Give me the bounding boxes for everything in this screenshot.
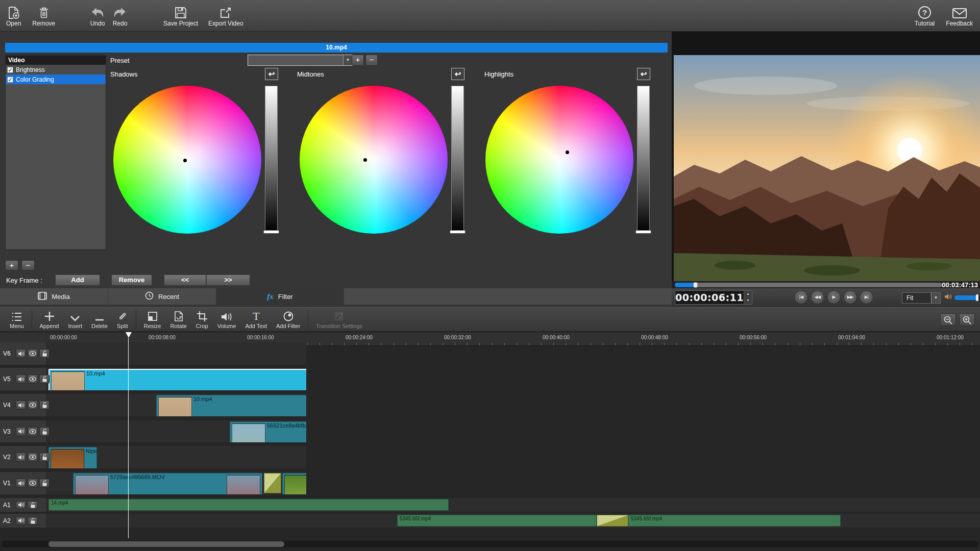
timeline-add-filter-button[interactable]: Add Filter <box>272 310 305 329</box>
track-lock-button[interactable] <box>28 517 38 525</box>
rewind-button[interactable]: ◀◀ <box>811 290 824 304</box>
spinner-down-icon[interactable]: ▼ <box>744 297 752 304</box>
keyframe-prev-button[interactable]: << <box>164 274 206 286</box>
track-hide-button[interactable] <box>28 374 38 384</box>
zoom-in-button[interactable] <box>959 313 975 326</box>
video-clip[interactable]: 56521ce8a4bfb.wmv <box>230 421 306 442</box>
tab-media[interactable]: Media <box>0 288 108 305</box>
tab-filter[interactable]: fx Filter <box>216 288 344 305</box>
keyframe-remove-button[interactable]: Remove <box>111 274 152 286</box>
remove-button[interactable]: Remove <box>32 3 55 27</box>
play-button[interactable]: ▶ <box>827 290 841 304</box>
timecode-spinner[interactable]: ▲ ▼ <box>744 291 752 304</box>
undo-button[interactable]: Undo <box>90 3 105 27</box>
track-mute-button[interactable] <box>16 374 26 384</box>
zoom-fit-select[interactable]: Fit ▼ <box>902 292 941 304</box>
timecode-value[interactable]: 00:00:06:11 <box>675 291 744 304</box>
timeline-split-button[interactable]: Split <box>112 310 133 329</box>
timeline-append-button[interactable]: Append <box>35 310 64 329</box>
timeline-resize-button[interactable]: Resize <box>139 310 166 329</box>
track-mute-button[interactable] <box>16 517 26 525</box>
track-lock-button[interactable] <box>39 427 50 436</box>
tab-recent[interactable]: Recent <box>108 288 216 305</box>
video-clip[interactable]: Nipic_ <box>48 447 97 468</box>
skip-to-start-button[interactable]: |◀ <box>794 290 808 304</box>
add-filter-to-clip-button[interactable]: + <box>5 260 18 270</box>
track-lock-button[interactable] <box>39 374 50 384</box>
track-mute-button[interactable] <box>16 427 26 436</box>
filter-item-brightness[interactable]: ✓ Brightness <box>6 65 106 74</box>
preset-select[interactable]: ▼ <box>248 55 353 66</box>
shadows-luminance-slider[interactable] <box>265 86 278 233</box>
playhead[interactable] <box>128 338 129 538</box>
seek-handle[interactable] <box>693 282 698 288</box>
highlights-reset-button[interactable]: ↩ <box>637 68 650 80</box>
shadows-reset-button[interactable]: ↩ <box>265 68 278 80</box>
export-video-button[interactable]: Export Video <box>208 3 243 27</box>
volume-handle[interactable] <box>976 294 978 301</box>
track-mute-button[interactable] <box>16 453 26 462</box>
keyframe-add-button[interactable]: Add <box>55 274 100 286</box>
highlights-color-wheel[interactable] <box>485 86 633 234</box>
track-hide-button[interactable] <box>28 400 38 410</box>
video-clip[interactable]: 10.mp4 <box>48 369 306 390</box>
redo-button[interactable]: Redo <box>112 3 128 27</box>
timeline-delete-button[interactable]: Delete <box>87 310 112 329</box>
checkbox-checked-icon[interactable]: ✓ <box>7 77 13 83</box>
track-hide-button[interactable] <box>28 453 38 462</box>
timeline-volume-button[interactable]: Volume <box>213 310 241 329</box>
zoom-out-button[interactable] <box>940 313 956 326</box>
preset-add-button[interactable]: + <box>352 55 364 66</box>
tutorial-button[interactable]: ? Tutorial <box>915 3 935 27</box>
playhead-marker[interactable] <box>126 332 132 338</box>
keyframe-next-button[interactable]: >> <box>206 274 250 286</box>
volume-slider[interactable] <box>954 295 980 300</box>
seek-bar[interactable] <box>675 283 942 287</box>
feedback-button[interactable]: Feedback <box>946 3 973 27</box>
timeline-insert-button[interactable]: Insert <box>63 310 87 329</box>
track-mute-button[interactable] <box>16 479 26 488</box>
chevron-down-icon[interactable]: ▼ <box>931 293 940 303</box>
slider-handle[interactable] <box>635 230 651 234</box>
track-hide-button[interactable] <box>28 349 38 358</box>
track-mute-button[interactable] <box>16 349 26 358</box>
video-clip[interactable]: 5729aec495689.MOV <box>73 473 262 494</box>
filter-item-color-grading[interactable]: ✓ Color Grading <box>6 74 106 84</box>
audio-clip[interactable]: 5345 b5f.mp4 <box>628 515 841 527</box>
midtones-wheel-cursor[interactable] <box>363 158 367 162</box>
fast-forward-button[interactable]: ▶▶ <box>843 290 857 304</box>
video-clip[interactable]: 5edc4a7a46bc.mp4 <box>282 473 306 494</box>
timecode-box[interactable]: 00:00:06:11 ▲ ▼ <box>675 290 752 305</box>
track-mute-button[interactable] <box>16 400 26 410</box>
spinner-up-icon[interactable]: ▲ <box>744 291 752 297</box>
preset-delete-button[interactable]: − <box>365 55 378 66</box>
audio-clip[interactable]: 5345 b5f.mp4 <box>397 515 597 527</box>
transition-settings-button[interactable]: Transition Settings <box>311 310 367 329</box>
track-hide-button[interactable] <box>28 427 38 436</box>
timeline-menu-button[interactable]: Menu <box>5 310 29 329</box>
timeline-crop-button[interactable]: Crop <box>191 310 213 329</box>
midtones-color-wheel[interactable] <box>300 86 448 234</box>
chevron-down-icon[interactable]: ▼ <box>343 55 352 65</box>
track-lock-button[interactable] <box>39 349 50 358</box>
highlights-wheel-cursor[interactable] <box>566 151 569 154</box>
scrollbar-thumb[interactable] <box>48 541 284 547</box>
transition-clip[interactable] <box>597 515 628 527</box>
track-lock-button[interactable] <box>39 479 50 488</box>
timeline-scrollbar[interactable] <box>2 541 978 547</box>
track-lock-button[interactable] <box>39 453 50 462</box>
track-lock-button[interactable] <box>39 400 50 410</box>
audio-clip[interactable]: 14.mp4 <box>48 499 449 511</box>
save-project-button[interactable]: Save Project <box>163 3 198 27</box>
midtones-luminance-slider[interactable] <box>451 86 464 233</box>
track-hide-button[interactable] <box>28 479 38 488</box>
track-lock-button[interactable] <box>28 501 38 509</box>
timeline-rotate-button[interactable]: Rotate <box>165 310 191 329</box>
shadows-color-wheel[interactable] <box>113 86 261 234</box>
transition-clip[interactable] <box>264 473 281 493</box>
slider-handle[interactable] <box>450 230 465 234</box>
open-button[interactable]: Open <box>6 3 21 27</box>
video-clip[interactable]: 10.mp4 <box>156 395 306 416</box>
remove-filter-from-clip-button[interactable]: − <box>21 260 35 270</box>
highlights-luminance-slider[interactable] <box>637 86 650 233</box>
